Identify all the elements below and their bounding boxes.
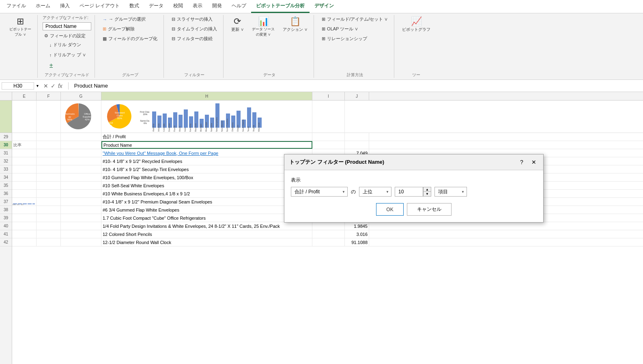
dialog-title: トップテン フィルター (Product Name) (289, 158, 384, 166)
dialog-titlebar: トップテン フィルター (Product Name) ? ✕ (284, 154, 543, 170)
dialog-cancel-button[interactable]: キャンセル (407, 203, 452, 216)
dialog-unit-select-wrap: 項目 (434, 187, 467, 197)
dialog-help-button[interactable]: ? (517, 158, 526, 167)
dialog-show-label: 表示 (291, 177, 537, 184)
dialog-count-group: ▲ ▼ (395, 187, 431, 197)
dialog-of-label: の (351, 188, 356, 195)
dialog-position-dropdown[interactable]: 上位 (359, 187, 391, 197)
dialog-field-select-wrap: 合計 / Profit (291, 187, 348, 197)
dialog-ok-button[interactable]: OK (376, 203, 403, 216)
dialog-field-dropdown[interactable]: 合計 / Profit (291, 187, 348, 197)
spinner-down-button[interactable]: ▼ (424, 192, 431, 196)
dialog-position-select-wrap: 上位 (359, 187, 391, 197)
dialog-body: 表示 合計 / Profit の 上位 (284, 170, 543, 222)
dialog-unit-dropdown[interactable]: 項目 (434, 187, 467, 197)
dialog-count-input[interactable] (395, 187, 423, 197)
dialog-spinner: ▲ ▼ (423, 187, 431, 197)
dialog-close-button[interactable]: ✕ (529, 158, 538, 167)
dialog-controls: ? ✕ (517, 158, 538, 167)
dialog-overlay: トップテン フィルター (Product Name) ? ✕ 表示 合計 / P… (0, 0, 643, 364)
dialog-filter-row: 合計 / Profit の 上位 ▲ ▼ (291, 187, 537, 197)
spinner-up-button[interactable]: ▲ (424, 187, 431, 192)
top-ten-filter-dialog: トップテン フィルター (Product Name) ? ✕ 表示 合計 / P… (284, 154, 544, 223)
dialog-action-buttons: OK キャンセル (291, 203, 537, 216)
